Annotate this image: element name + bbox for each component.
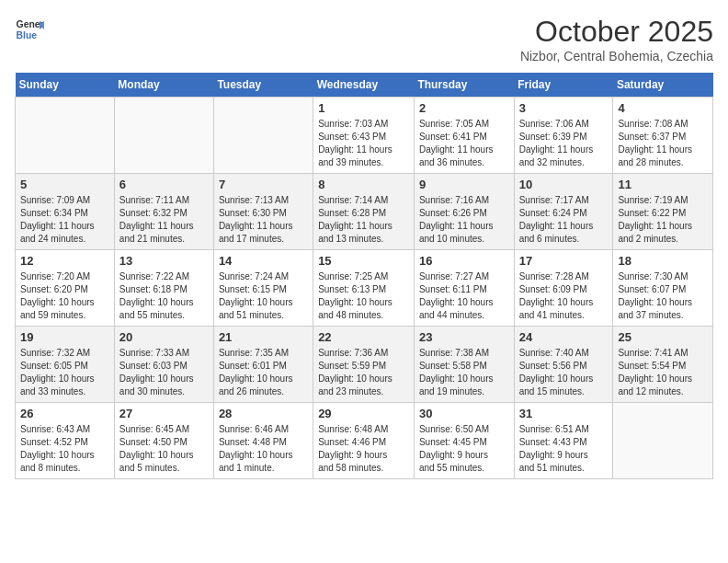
day-number: 18 <box>618 254 708 268</box>
logo: General Blue <box>15 15 44 44</box>
day-info: Sunrise: 7:20 AM Sunset: 6:20 PM Dayligh… <box>20 270 109 322</box>
day-info: Sunrise: 6:46 AM Sunset: 4:48 PM Dayligh… <box>219 423 308 475</box>
calendar-week-row: 19Sunrise: 7:32 AM Sunset: 6:05 PM Dayli… <box>16 327 713 403</box>
calendar-table: SundayMondayTuesdayWednesdayThursdayFrid… <box>15 73 713 479</box>
day-number: 16 <box>419 254 509 268</box>
day-number: 14 <box>219 254 308 268</box>
calendar-cell: 30Sunrise: 6:50 AM Sunset: 4:45 PM Dayli… <box>414 403 514 479</box>
calendar-cell <box>213 98 313 174</box>
weekday-header-wednesday: Wednesday <box>313 73 415 98</box>
day-number: 9 <box>419 178 509 191</box>
calendar-cell: 27Sunrise: 6:45 AM Sunset: 4:50 PM Dayli… <box>114 403 213 479</box>
day-number: 11 <box>618 178 708 191</box>
day-number: 25 <box>618 330 708 344</box>
weekday-header-thursday: Thursday <box>414 73 514 98</box>
day-info: Sunrise: 7:06 AM Sunset: 6:39 PM Dayligh… <box>519 118 609 169</box>
calendar-cell: 19Sunrise: 7:32 AM Sunset: 6:05 PM Dayli… <box>16 327 115 403</box>
day-info: Sunrise: 7:30 AM Sunset: 6:07 PM Dayligh… <box>618 270 708 322</box>
day-info: Sunrise: 7:35 AM Sunset: 6:01 PM Dayligh… <box>219 347 308 398</box>
day-number: 19 <box>20 330 109 344</box>
calendar-cell: 20Sunrise: 7:33 AM Sunset: 6:03 PM Dayli… <box>114 327 213 403</box>
weekday-header-row: SundayMondayTuesdayWednesdayThursdayFrid… <box>16 73 713 98</box>
day-info: Sunrise: 7:16 AM Sunset: 6:26 PM Dayligh… <box>419 194 509 246</box>
day-number: 10 <box>519 178 609 191</box>
day-info: Sunrise: 7:25 AM Sunset: 6:13 PM Dayligh… <box>318 270 409 322</box>
calendar-cell: 24Sunrise: 7:40 AM Sunset: 5:56 PM Dayli… <box>514 327 613 403</box>
svg-text:Blue: Blue <box>17 30 38 40</box>
calendar-cell: 9Sunrise: 7:16 AM Sunset: 6:26 PM Daylig… <box>414 174 514 250</box>
day-number: 7 <box>219 178 308 191</box>
weekday-header-monday: Monday <box>114 73 213 98</box>
day-info: Sunrise: 7:33 AM Sunset: 6:03 PM Dayligh… <box>119 347 209 398</box>
day-info: Sunrise: 7:40 AM Sunset: 5:56 PM Dayligh… <box>519 347 609 398</box>
calendar-cell <box>613 403 713 479</box>
calendar-cell: 12Sunrise: 7:20 AM Sunset: 6:20 PM Dayli… <box>16 250 115 327</box>
day-info: Sunrise: 7:24 AM Sunset: 6:15 PM Dayligh… <box>219 270 308 322</box>
day-number: 1 <box>318 101 409 115</box>
day-number: 2 <box>419 101 509 115</box>
day-number: 31 <box>519 407 609 420</box>
page-header: General Blue October 2025 Nizbor, Centra… <box>15 15 713 63</box>
calendar-cell: 29Sunrise: 6:48 AM Sunset: 4:46 PM Dayli… <box>313 403 415 479</box>
day-number: 12 <box>20 254 109 268</box>
day-info: Sunrise: 7:03 AM Sunset: 6:43 PM Dayligh… <box>318 118 409 169</box>
title-block: October 2025 Nizbor, Central Bohemia, Cz… <box>520 15 713 63</box>
logo-icon: General Blue <box>15 15 44 44</box>
day-info: Sunrise: 6:43 AM Sunset: 4:52 PM Dayligh… <box>20 423 109 475</box>
day-number: 29 <box>318 407 409 420</box>
day-info: Sunrise: 6:48 AM Sunset: 4:46 PM Dayligh… <box>318 423 409 475</box>
weekday-header-saturday: Saturday <box>613 73 713 98</box>
day-number: 4 <box>618 101 708 115</box>
calendar-cell: 5Sunrise: 7:09 AM Sunset: 6:34 PM Daylig… <box>16 174 115 250</box>
day-info: Sunrise: 7:28 AM Sunset: 6:09 PM Dayligh… <box>519 270 609 322</box>
day-info: Sunrise: 7:11 AM Sunset: 6:32 PM Dayligh… <box>119 194 209 246</box>
day-info: Sunrise: 6:51 AM Sunset: 4:43 PM Dayligh… <box>519 423 609 475</box>
calendar-cell: 8Sunrise: 7:14 AM Sunset: 6:28 PM Daylig… <box>313 174 415 250</box>
weekday-header-tuesday: Tuesday <box>213 73 313 98</box>
day-info: Sunrise: 7:17 AM Sunset: 6:24 PM Dayligh… <box>519 194 609 246</box>
calendar-cell: 22Sunrise: 7:36 AM Sunset: 5:59 PM Dayli… <box>313 327 415 403</box>
calendar-cell: 1Sunrise: 7:03 AM Sunset: 6:43 PM Daylig… <box>313 98 415 174</box>
day-number: 23 <box>419 330 509 344</box>
day-info: Sunrise: 7:09 AM Sunset: 6:34 PM Dayligh… <box>20 194 109 246</box>
day-number: 26 <box>20 407 109 420</box>
calendar-cell: 10Sunrise: 7:17 AM Sunset: 6:24 PM Dayli… <box>514 174 613 250</box>
calendar-cell: 6Sunrise: 7:11 AM Sunset: 6:32 PM Daylig… <box>114 174 213 250</box>
day-info: Sunrise: 7:36 AM Sunset: 5:59 PM Dayligh… <box>318 347 409 398</box>
calendar-cell: 3Sunrise: 7:06 AM Sunset: 6:39 PM Daylig… <box>514 98 613 174</box>
day-info: Sunrise: 7:19 AM Sunset: 6:22 PM Dayligh… <box>618 194 708 246</box>
day-number: 28 <box>219 407 308 420</box>
calendar-week-row: 1Sunrise: 7:03 AM Sunset: 6:43 PM Daylig… <box>16 98 713 174</box>
calendar-week-row: 12Sunrise: 7:20 AM Sunset: 6:20 PM Dayli… <box>16 250 713 327</box>
calendar-cell: 31Sunrise: 6:51 AM Sunset: 4:43 PM Dayli… <box>514 403 613 479</box>
calendar-cell: 13Sunrise: 7:22 AM Sunset: 6:18 PM Dayli… <box>114 250 213 327</box>
day-number: 6 <box>119 178 209 191</box>
day-info: Sunrise: 7:41 AM Sunset: 5:54 PM Dayligh… <box>618 347 708 398</box>
calendar-cell: 28Sunrise: 6:46 AM Sunset: 4:48 PM Dayli… <box>213 403 313 479</box>
calendar-cell: 7Sunrise: 7:13 AM Sunset: 6:30 PM Daylig… <box>213 174 313 250</box>
day-info: Sunrise: 7:32 AM Sunset: 6:05 PM Dayligh… <box>20 347 109 398</box>
day-number: 27 <box>119 407 209 420</box>
day-number: 15 <box>318 254 409 268</box>
calendar-cell: 25Sunrise: 7:41 AM Sunset: 5:54 PM Dayli… <box>613 327 713 403</box>
day-number: 13 <box>119 254 209 268</box>
location-subtitle: Nizbor, Central Bohemia, Czechia <box>520 49 713 63</box>
day-number: 17 <box>519 254 609 268</box>
day-info: Sunrise: 7:22 AM Sunset: 6:18 PM Dayligh… <box>119 270 209 322</box>
weekday-header-sunday: Sunday <box>16 73 115 98</box>
day-info: Sunrise: 7:14 AM Sunset: 6:28 PM Dayligh… <box>318 194 409 246</box>
day-number: 5 <box>20 178 109 191</box>
calendar-cell: 4Sunrise: 7:08 AM Sunset: 6:37 PM Daylig… <box>613 98 713 174</box>
calendar-cell: 14Sunrise: 7:24 AM Sunset: 6:15 PM Dayli… <box>213 250 313 327</box>
day-info: Sunrise: 7:08 AM Sunset: 6:37 PM Dayligh… <box>618 118 708 169</box>
day-info: Sunrise: 6:45 AM Sunset: 4:50 PM Dayligh… <box>119 423 209 475</box>
calendar-cell: 15Sunrise: 7:25 AM Sunset: 6:13 PM Dayli… <box>313 250 415 327</box>
month-title: October 2025 <box>520 15 713 49</box>
day-number: 8 <box>318 178 409 191</box>
calendar-cell: 17Sunrise: 7:28 AM Sunset: 6:09 PM Dayli… <box>514 250 613 327</box>
day-info: Sunrise: 7:05 AM Sunset: 6:41 PM Dayligh… <box>419 118 509 169</box>
calendar-cell: 16Sunrise: 7:27 AM Sunset: 6:11 PM Dayli… <box>414 250 514 327</box>
weekday-header-friday: Friday <box>514 73 613 98</box>
day-info: Sunrise: 6:50 AM Sunset: 4:45 PM Dayligh… <box>419 423 509 475</box>
calendar-cell: 23Sunrise: 7:38 AM Sunset: 5:58 PM Dayli… <box>414 327 514 403</box>
